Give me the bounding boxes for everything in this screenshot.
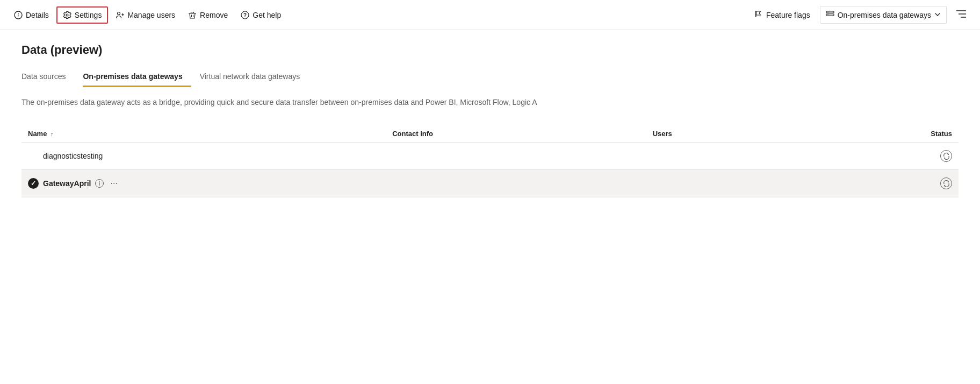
get-help-label: Get help (253, 11, 281, 19)
toolbar-left: i Details Settings (9, 6, 747, 24)
row2-contact-cell (386, 170, 646, 197)
svg-text:?: ? (243, 12, 247, 18)
toolbar-right: Feature flags On-premises data gateways (749, 6, 971, 24)
tab-virtual-network[interactable]: Virtual network data gateways (200, 68, 309, 86)
remove-label: Remove (200, 11, 228, 19)
settings-icon (63, 11, 71, 19)
tab-on-premises[interactable]: On-premises data gateways (83, 68, 191, 86)
row1-name-cell: diagnosticstesting (21, 143, 386, 170)
col-header-status[interactable]: Status (854, 125, 959, 143)
tabs: Data sources On-premises data gateways V… (21, 68, 959, 86)
row2-name-text: GatewayApril (43, 179, 91, 188)
gateway-icon (826, 10, 834, 20)
gateway-dropdown-label: On-premises data gateways (838, 11, 931, 19)
get-help-button[interactable]: ? Get help (235, 8, 286, 23)
row1-name-content: diagnosticstesting (28, 151, 379, 161)
settings-label: Settings (75, 11, 102, 19)
row2-refresh-icon (940, 177, 952, 189)
sort-arrow-icon: ↑ (51, 131, 54, 137)
row2-more-icon[interactable]: ··· (108, 177, 119, 189)
details-label: Details (26, 11, 49, 19)
table-header-row: Name ↑ Contact info Users Status (21, 125, 959, 143)
row1-check-empty (28, 151, 39, 161)
row1-refresh-icon (940, 150, 952, 162)
tab-data-sources[interactable]: Data sources (21, 68, 74, 86)
table-row[interactable]: diagnosticstesting (21, 143, 959, 170)
row2-check-icon (28, 178, 39, 189)
manage-users-label: Manage users (127, 11, 175, 19)
manage-users-icon (116, 11, 124, 19)
row1-status-cell (854, 143, 959, 170)
gateway-dropdown-button[interactable]: On-premises data gateways (820, 6, 947, 24)
svg-rect-3 (189, 13, 196, 13)
row2-name-cell: GatewayApril i ··· (21, 170, 386, 197)
svg-text:i: i (18, 12, 19, 18)
row2-info-icon[interactable]: i (95, 179, 104, 188)
col-header-contact[interactable]: Contact info (386, 125, 646, 143)
svg-rect-9 (826, 11, 834, 13)
row2-status-cell (854, 170, 959, 197)
row1-contact-cell (386, 143, 646, 170)
page-title: Data (preview) (21, 43, 959, 57)
description-text: The on-premises data gateway acts as a b… (21, 97, 959, 108)
feature-flags-label: Feature flags (766, 11, 810, 19)
gateways-table: Name ↑ Contact info Users Status (21, 125, 959, 197)
col-header-name[interactable]: Name ↑ (21, 125, 386, 143)
feature-flags-icon (754, 10, 763, 20)
col-header-users[interactable]: Users (646, 125, 855, 143)
remove-icon (188, 11, 197, 19)
hamburger-icon (956, 10, 966, 19)
details-button[interactable]: i Details (9, 8, 54, 23)
feature-flags-button[interactable]: Feature flags (749, 6, 816, 23)
svg-rect-10 (826, 14, 834, 16)
help-icon: ? (241, 11, 249, 19)
more-options-button[interactable] (951, 7, 971, 23)
manage-users-button[interactable]: Manage users (110, 8, 181, 23)
row1-name-text: diagnosticstesting (43, 152, 103, 160)
chevron-down-icon (934, 11, 941, 19)
toolbar: i Details Settings (0, 0, 980, 30)
row2-users-cell (646, 170, 855, 197)
svg-point-2 (118, 12, 120, 15)
row1-users-cell (646, 143, 855, 170)
settings-button[interactable]: Settings (56, 6, 109, 24)
main-content: Data (preview) Data sources On-premises … (0, 30, 980, 210)
table-row[interactable]: GatewayApril i ··· (21, 170, 959, 197)
details-icon: i (14, 11, 23, 19)
remove-button[interactable]: Remove (183, 8, 233, 23)
row2-name-content: GatewayApril i ··· (28, 177, 379, 189)
